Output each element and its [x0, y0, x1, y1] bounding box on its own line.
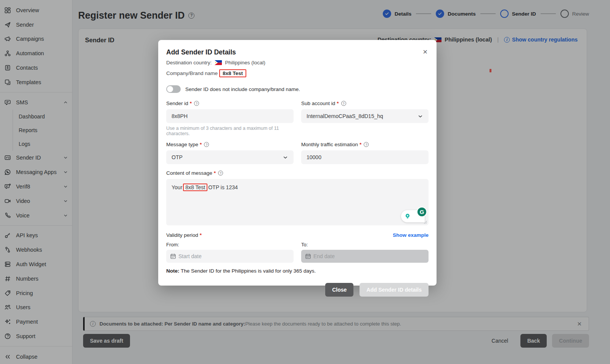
required-asterisk: *	[337, 101, 339, 106]
calendar-icon	[305, 253, 311, 259]
validity-period-row: Validity period * Show example	[166, 232, 429, 238]
sender-id-helper-text: Use a minimum of 3 characters and a maxi…	[166, 126, 294, 136]
show-example-link[interactable]: Show example	[393, 232, 429, 238]
brand-name-toggle[interactable]	[166, 85, 181, 93]
required-asterisk: *	[200, 142, 202, 147]
start-date-placeholder: Start date	[178, 253, 202, 259]
destination-value: Philippines (local)	[225, 60, 265, 65]
help-icon[interactable]: ?	[341, 101, 346, 106]
required-asterisk: *	[190, 101, 192, 106]
content-of-message-textarea[interactable]: Your 8x8 Test OTP is 1234 G	[166, 179, 429, 225]
brand-label: Company/Brand name	[166, 70, 218, 76]
lightbulb-icon	[404, 213, 411, 220]
add-sender-id-details-button[interactable]: Add Sender ID details	[360, 283, 429, 297]
validity-note: Note: The Sender ID for the Philippines …	[166, 268, 429, 274]
philippines-flag-icon	[215, 60, 222, 65]
chevron-down-icon	[417, 113, 423, 119]
brand-value-highlighted: 8x8 Test	[219, 69, 246, 77]
required-asterisk: *	[200, 232, 202, 238]
field-label: Content of message	[166, 170, 212, 176]
resize-handle[interactable]	[424, 220, 427, 224]
help-icon[interactable]: ?	[364, 142, 369, 147]
close-icon[interactable]: ✕	[422, 48, 429, 56]
field-label: Message type	[166, 142, 198, 147]
chevron-down-icon	[283, 155, 288, 160]
brand-name-row: Company/Brand name 8x8 Test	[166, 69, 429, 77]
field-label: Sender id	[166, 101, 188, 106]
message-highlighted-text: 8x8 Test	[183, 184, 207, 191]
end-date-input[interactable]: End date	[301, 250, 429, 263]
message-type-field-group: Message type * ? OTP	[166, 142, 294, 164]
close-button[interactable]: Close	[325, 283, 353, 297]
grammarly-g-icon: G	[417, 207, 427, 217]
modal-destination-row: Destination country: Philippines (local)	[166, 60, 429, 65]
traffic-input[interactable]	[301, 150, 429, 164]
from-date-group: From: Start date	[166, 238, 294, 263]
sub-account-field-group: Sub account id * ? InternalDemoCPaaS_8dD…	[301, 101, 429, 136]
from-label: From:	[166, 242, 294, 247]
calendar-icon	[170, 253, 176, 259]
field-label: Sub account id	[301, 101, 335, 106]
required-asterisk: *	[360, 142, 361, 147]
select-value: InternalDemoCPaaS_8dD15_hq	[307, 113, 383, 119]
field-label: Validity period	[166, 232, 198, 238]
select-value: OTP	[172, 154, 183, 160]
note-text: The Sender ID for the Philippines is val…	[180, 268, 316, 274]
message-suffix: OTP is 1234	[208, 184, 238, 190]
sender-id-field-group: Sender id * ? Use a minimum of 3 charact…	[166, 101, 294, 136]
modal-title: Add Sender ID Details	[166, 48, 236, 56]
brand-toggle-row: Sender ID does not include company/brand…	[166, 85, 429, 93]
to-label: To:	[301, 242, 429, 247]
destination-label: Destination country:	[166, 60, 212, 65]
grammarly-widget[interactable]: G	[401, 210, 425, 222]
note-bold: Note:	[166, 268, 180, 274]
message-prefix: Your	[172, 184, 182, 190]
message-type-select[interactable]: OTP	[166, 150, 294, 164]
modal-action-row: Close Add Sender ID details	[166, 283, 429, 297]
content-field-group: Content of message * ? Your 8x8 Test OTP…	[166, 170, 429, 225]
help-icon[interactable]: ?	[218, 171, 223, 176]
sender-id-input[interactable]	[166, 109, 294, 123]
toggle-label: Sender ID does not include company/brand…	[185, 86, 300, 92]
toggle-knob	[167, 86, 173, 92]
to-date-group: To: End date	[301, 238, 429, 263]
sub-account-select[interactable]: InternalDemoCPaaS_8dD15_hq	[301, 109, 429, 123]
required-asterisk: *	[214, 170, 216, 176]
start-date-input[interactable]: Start date	[166, 250, 294, 263]
help-icon[interactable]: ?	[194, 101, 199, 106]
traffic-field-group: Monthly traffic estimation * ?	[301, 142, 429, 164]
end-date-placeholder: End date	[313, 253, 335, 259]
field-label: Monthly traffic estimation	[301, 142, 358, 147]
help-icon[interactable]: ?	[204, 142, 209, 147]
add-sender-id-modal: Add Sender ID Details ✕ Destination coun…	[158, 40, 437, 286]
